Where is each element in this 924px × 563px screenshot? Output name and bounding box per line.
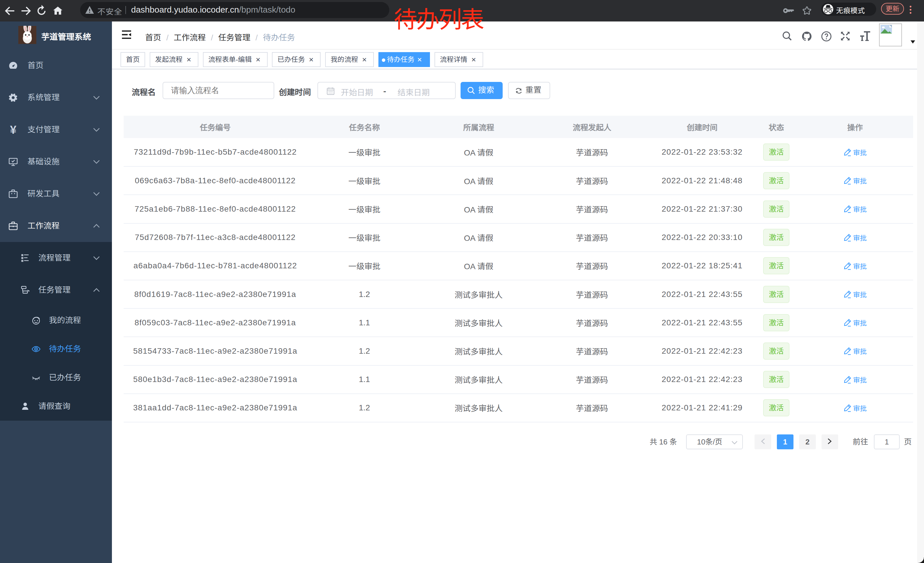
svg-text:¥: ¥ — [10, 125, 16, 134]
